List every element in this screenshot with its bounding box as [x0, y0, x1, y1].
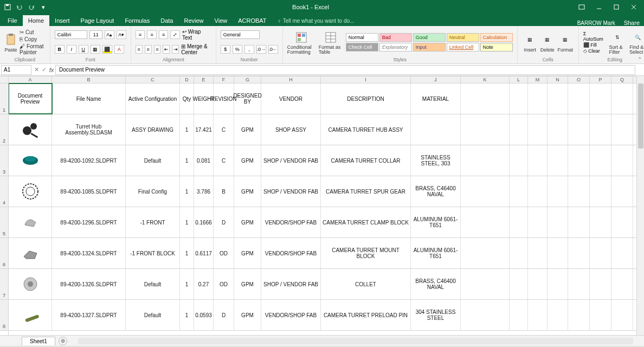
header-cell[interactable]: [548, 83, 568, 114]
row-header-3[interactable]: 3: [0, 145, 8, 176]
copy-button[interactable]: ⎘ Copy: [20, 36, 46, 42]
cell[interactable]: ALUMINUM 6061-T651: [411, 207, 461, 237]
cell[interactable]: [590, 176, 611, 207]
cell[interactable]: [568, 238, 590, 268]
cell[interactable]: ALUMINUM 6061-T651: [411, 238, 461, 268]
cell[interactable]: [568, 114, 590, 145]
cell[interactable]: VENDOR/SHOP FAB: [261, 300, 321, 330]
cell[interactable]: [611, 145, 633, 176]
cell[interactable]: VENDOR/SHOP FAB: [261, 207, 321, 237]
cell[interactable]: [461, 238, 510, 268]
cell[interactable]: [548, 269, 568, 299]
cell[interactable]: [528, 300, 548, 330]
cell[interactable]: OD: [214, 269, 234, 299]
font-name-select[interactable]: Calibri: [55, 30, 87, 39]
cell[interactable]: C: [214, 145, 234, 176]
tab-formulas[interactable]: Formulas: [119, 15, 155, 26]
cell[interactable]: Final Config: [126, 176, 180, 207]
fill-button[interactable]: ⬛ Fill: [583, 42, 606, 48]
row-header-7[interactable]: 7: [0, 269, 8, 300]
find-select-button[interactable]: 🔍Find & Select: [629, 30, 644, 55]
align-bottom-button[interactable]: ≡: [159, 30, 169, 39]
select-all-corner[interactable]: [0, 76, 8, 83]
cell[interactable]: [611, 114, 633, 145]
increase-decimal-button[interactable]: .0→: [256, 45, 266, 54]
cell-style-check-cell[interactable]: Check Cell: [346, 43, 378, 52]
col-header-I[interactable]: I: [321, 76, 411, 83]
tab-view[interactable]: View: [209, 15, 233, 26]
cell[interactable]: [548, 238, 568, 268]
cell[interactable]: [510, 145, 528, 176]
cell[interactable]: 1: [180, 114, 194, 145]
cell[interactable]: Turret Hub Assembly.SLDASM: [52, 114, 126, 145]
cell[interactable]: SHOP / VENDOR FAB: [261, 269, 321, 299]
header-cell[interactable]: Qty: [180, 83, 194, 114]
underline-button[interactable]: U: [79, 45, 88, 54]
wrap-text-button[interactable]: ↩ Wrap Text: [182, 29, 211, 41]
maximize-icon[interactable]: [608, 2, 624, 12]
row-header-2[interactable]: 2: [0, 114, 8, 145]
cell[interactable]: 89-4200-1327.SLDPRT: [52, 300, 126, 330]
cell[interactable]: [590, 145, 611, 176]
col-header-M[interactable]: M: [528, 76, 548, 83]
cell[interactable]: [9, 300, 52, 330]
tell-me-input[interactable]: ♀ Tell me what you want to do...: [272, 16, 360, 26]
name-box[interactable]: A1: [1, 65, 31, 75]
cell[interactable]: CAMERA TURRET CLAMP BLOCK: [321, 207, 411, 237]
cell[interactable]: [528, 176, 548, 207]
cell[interactable]: B: [214, 176, 234, 207]
cell[interactable]: 89-4200-1092.SLDPRT: [52, 145, 126, 176]
undo-icon[interactable]: [15, 3, 24, 11]
align-right-button[interactable]: ≡: [154, 45, 161, 54]
col-header-E[interactable]: E: [194, 76, 214, 83]
align-left-button[interactable]: ≡: [136, 45, 143, 54]
cell[interactable]: [568, 207, 590, 237]
cell[interactable]: 1: [180, 300, 194, 330]
cell[interactable]: [568, 300, 590, 330]
cell[interactable]: STAINLESS STEEL, 303: [411, 145, 461, 176]
cell[interactable]: [528, 114, 548, 145]
cell[interactable]: [510, 300, 528, 330]
cell[interactable]: [528, 207, 548, 237]
header-cell[interactable]: [611, 83, 633, 114]
fill-color-button[interactable]: ⬛: [102, 45, 112, 54]
cell[interactable]: [611, 238, 633, 268]
font-size-select[interactable]: 11: [89, 30, 102, 39]
cell[interactable]: [461, 300, 510, 330]
cell[interactable]: [9, 238, 52, 268]
col-header-B[interactable]: B: [52, 76, 126, 83]
decrease-decimal-button[interactable]: .0←: [268, 45, 278, 54]
shrink-font-button[interactable]: A▾: [117, 30, 126, 39]
cell[interactable]: [461, 114, 510, 145]
col-header-O[interactable]: O: [568, 76, 590, 83]
conditional-formatting-button[interactable]: Conditional Formatting: [287, 30, 315, 55]
header-cell[interactable]: REVISION: [214, 83, 234, 114]
cell[interactable]: 0.27: [194, 269, 214, 299]
header-cell[interactable]: [528, 83, 548, 114]
cell[interactable]: SHOP / VENDOR FAB: [261, 176, 321, 207]
cell[interactable]: GPM: [234, 207, 261, 237]
format-as-table-button[interactable]: Format as Table: [319, 30, 343, 55]
share-button[interactable]: Share: [620, 20, 644, 26]
col-header-L[interactable]: L: [510, 76, 528, 83]
cell-style-linked-cell[interactable]: Linked Cell: [447, 43, 479, 52]
cell[interactable]: [510, 207, 528, 237]
redo-icon[interactable]: [27, 3, 36, 11]
indent-button[interactable]: ⇥: [172, 45, 179, 54]
cell[interactable]: 0.6117: [194, 238, 214, 268]
cell[interactable]: [9, 207, 52, 237]
header-cell[interactable]: DESIGNED BY: [234, 83, 261, 114]
cell[interactable]: VENDOR/SHOP FAB: [261, 238, 321, 268]
row-header-6[interactable]: 6: [0, 238, 8, 269]
header-cell[interactable]: [510, 83, 528, 114]
cell-style-bad[interactable]: Bad: [379, 33, 412, 42]
cell[interactable]: [590, 238, 611, 268]
cell[interactable]: 89-4200-1085.SLDPRT: [52, 176, 126, 207]
cell[interactable]: BRASS, C46400 NAVAL: [411, 176, 461, 207]
col-header-H[interactable]: H: [261, 76, 321, 83]
minimize-icon[interactable]: [591, 2, 607, 12]
cell[interactable]: CAMERA TURRET HUB ASSY: [321, 114, 411, 145]
cell[interactable]: ASSY DRAWING: [126, 114, 180, 145]
sheet-tab[interactable]: Sheet1: [22, 337, 55, 345]
cell[interactable]: 1: [180, 176, 194, 207]
